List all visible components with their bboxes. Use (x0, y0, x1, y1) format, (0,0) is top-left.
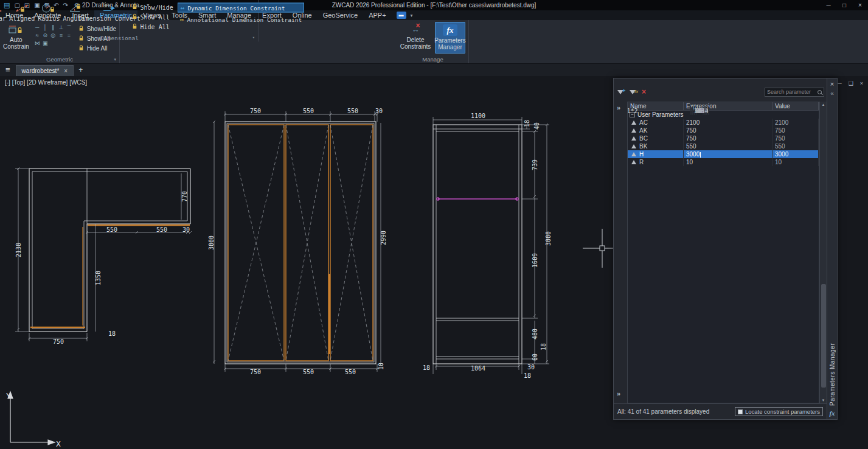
drawing-tab[interactable]: wardrobetest* × (16, 65, 74, 76)
maximize-button[interactable]: □ (836, 2, 852, 9)
panel-label-geometric[interactable]: Geometric▾ (0, 55, 119, 63)
parameter-row[interactable]: d41d7*2-d1*21064 (627, 107, 709, 115)
ucs-icon (8, 392, 55, 445)
dimension-convert-button[interactable]: Dimension Convert (92, 1, 127, 22)
parameter-name: H (639, 151, 644, 158)
linear-dimension-button[interactable]: Linear▾ (0, 1, 6, 29)
lock-icon (131, 23, 138, 30)
radius-dimension-icon (41, 2, 57, 14)
parameters-manager-button[interactable]: fx Parameters Manager (435, 22, 465, 54)
delete-constraints-button[interactable]: ↔× Delete Constraints (400, 22, 431, 54)
tab-close-icon[interactable]: × (64, 68, 68, 74)
front-view (213, 111, 381, 372)
hamburger-menu-icon[interactable]: ≡ (0, 64, 16, 76)
drawing-tab-bar: ≡ wardrobetest* × + (0, 64, 868, 76)
toggle-label: Show All (141, 13, 170, 20)
parameter-row[interactable]: R1010 (628, 158, 819, 166)
parameter-expression: 3000 (686, 151, 700, 158)
geometric-hide-all-button[interactable]: Hide All (78, 44, 116, 52)
plan-orange-panels (30, 225, 190, 327)
parameter-expression: 750 (686, 127, 696, 134)
linear-dimension-icon (0, 2, 3, 14)
close-button[interactable]: × (852, 2, 868, 9)
parameter-name: AC (639, 119, 648, 126)
value-cell: 10 (773, 158, 819, 166)
locate-checkbox[interactable] (738, 409, 743, 414)
palette-close-icon[interactable]: × (830, 80, 834, 88)
minimize-button[interactable]: ─ (821, 2, 836, 9)
expand-chevron-top[interactable]: » (617, 104, 620, 111)
expression-cell[interactable]: 550 (684, 142, 773, 150)
dynamic-dimension-constraint-button[interactable]: ↔ Dynamic Dimension Constraint (178, 3, 304, 13)
panel-expand-icon[interactable]: ▾ (114, 55, 116, 63)
document-window-controls: ─ ❑ × (838, 80, 863, 86)
expression-cell[interactable]: 3000 (684, 150, 773, 158)
angular-dimension-icon (68, 2, 83, 14)
aligned-dimension-button[interactable]: Aligned (9, 1, 35, 22)
search-parameter-input[interactable] (767, 89, 818, 95)
user-parameter-icon (631, 128, 636, 133)
user-parameter-icon (631, 136, 636, 141)
parameter-expression: 750 (686, 135, 696, 142)
scroll-thumb[interactable] (821, 284, 826, 388)
locate-constraint-toggle[interactable]: Locate constraint parameters (735, 407, 823, 416)
parameter-row[interactable]: BK550550 (628, 142, 819, 150)
palette-autohide-icon[interactable]: « (830, 90, 834, 97)
parameter-expression: 2100 (686, 119, 700, 126)
expression-cell[interactable]: d7*2-d1*2 (627, 107, 691, 115)
panel-label-dimensional[interactable]: Dimensional▾ (0, 34, 258, 42)
palette-titlebar[interactable]: × « Parameters Manager fx (827, 78, 837, 419)
expression-cell[interactable]: 750 (684, 127, 773, 134)
doc-close-icon[interactable]: × (860, 80, 863, 86)
value-cell: 750 (773, 134, 819, 142)
fx-filter-icon[interactable]: fx (630, 90, 636, 94)
menu-overflow-caret[interactable]: ▾ (409, 10, 415, 20)
expression-cell[interactable]: 10 (684, 158, 773, 166)
doc-restore-icon[interactable]: ❑ (849, 80, 853, 86)
search-parameter-box[interactable] (765, 88, 824, 97)
expression-cell[interactable]: 2100 (684, 119, 773, 127)
expand-chevron-bottom[interactable]: » (617, 390, 620, 397)
menu-overflow-badge[interactable]: ▬ (397, 12, 406, 19)
new-filter-icon[interactable]: + (617, 90, 623, 94)
table-scrollbar[interactable]: ▲ ▼ (819, 102, 827, 403)
aligned-dimension-icon (14, 2, 30, 14)
status-text: All: 41 of 41 parameters displayed (617, 408, 709, 415)
expression-cell[interactable]: 750 (684, 134, 773, 142)
locate-label: Locate constraint parameters (745, 408, 820, 415)
annotational-dimension-constraint-button[interactable]: ↔ Annotational Dimension Constraint (178, 15, 304, 24)
parameter-row[interactable]: BC750750 (628, 134, 819, 142)
dimensional-show-all-button[interactable]: Show All (131, 13, 173, 21)
name-cell: BK (628, 142, 684, 150)
annotational-dimension-icon: ↔ (180, 15, 184, 23)
toggle-label: Hide All (141, 23, 170, 30)
radius-dimension-button[interactable]: Radius (38, 1, 60, 22)
menu-geoservice[interactable]: GeoService (318, 10, 363, 20)
delete-parameter-icon[interactable]: × (642, 89, 646, 95)
parameter-name: BC (639, 135, 648, 142)
dimensional-hide-all-button[interactable]: Hide All (131, 23, 173, 31)
doc-minimize-icon[interactable]: ─ (838, 80, 841, 86)
plan-view (15, 167, 192, 341)
button-label: Linear (0, 15, 6, 22)
front-door-diagonals (228, 125, 373, 361)
user-parameter-icon (631, 160, 636, 164)
new-tab-button[interactable]: + (74, 64, 88, 76)
parameter-row[interactable]: AK750750 (628, 127, 819, 134)
panel-expand-icon[interactable]: ▾ (252, 34, 255, 42)
name-cell: AC (628, 119, 684, 127)
side-view (433, 117, 549, 374)
parameter-row[interactable]: AC21002100 (628, 119, 819, 127)
column-value[interactable]: Value (773, 102, 819, 110)
scroll-up-icon[interactable]: ▲ (820, 103, 827, 106)
dynamic-dimension-icon: ↔ (181, 4, 185, 12)
parameter-row[interactable]: H30003000 (628, 150, 819, 158)
viewport-controls[interactable]: [-] [Top] [2D Wireframe] [WCS] (5, 79, 87, 86)
dimensional-show-hide-button[interactable]: Show/Hide (131, 3, 173, 12)
menu-app[interactable]: APP+ (363, 10, 391, 20)
scroll-down-icon[interactable]: ▼ (820, 399, 827, 402)
value-cell: 750 (773, 127, 819, 134)
user-parameter-icon (631, 152, 636, 156)
dimensional-buttons: Linear▾AlignedRadiusAngularDimension Con… (0, 1, 127, 32)
user-parameter-icon (631, 144, 636, 148)
